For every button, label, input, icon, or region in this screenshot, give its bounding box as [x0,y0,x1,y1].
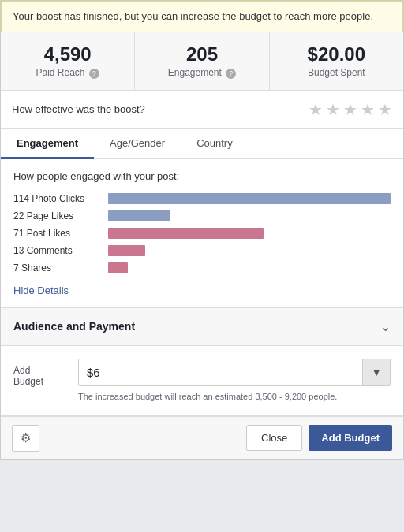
star-1[interactable]: ★ [309,100,323,119]
bar-row-page-likes: 22 Page Likes [13,210,391,221]
star-rating[interactable]: ★ ★ ★ ★ ★ [309,100,392,119]
paid-reach-label: Paid Reach ? [7,67,128,78]
bar-row-shares: 7 Shares [13,262,391,273]
add-budget-button[interactable]: Add Budget [309,425,392,451]
rating-label: How effective was the boost? [12,103,145,115]
footer-actions: Close Add Budget [246,425,392,451]
budget-input-wrap: $6 ▼ The increased budget will reach an … [78,359,391,403]
bar-row-post-likes: 71 Post Likes [13,228,391,239]
bar-fill-4 [108,262,128,273]
audience-title: Audience and Payment [13,320,135,333]
bar-fill-3 [108,245,145,256]
bar-track-2 [108,228,391,239]
engagement-help-icon[interactable]: ? [226,69,236,79]
close-button[interactable]: Close [246,425,302,451]
bar-label-4: 7 Shares [13,262,108,273]
paid-reach-value: 4,590 [7,43,128,65]
gear-button[interactable]: ⚙ [12,425,39,452]
star-4[interactable]: ★ [361,100,375,119]
bar-fill-0 [108,193,391,204]
add-budget-label: AddBudget [13,359,69,387]
alert-banner: Your boost has finished, but you can inc… [1,1,403,32]
bar-label-1: 22 Page Likes [13,210,108,221]
stats-row: 4,590 Paid Reach ? 205 Engagement ? $20.… [1,32,403,90]
engagement-section-title: How people engaged with your post: [13,170,391,182]
stat-engagement: 205 Engagement ? [135,32,269,89]
budget-spent-label: Budget Spent [276,67,397,78]
star-5[interactable]: ★ [378,100,392,119]
budget-row: AddBudget $6 ▼ The increased budget will… [13,359,391,403]
bar-track-3 [108,245,391,256]
alert-text: Your boost has finished, but you can inc… [13,10,373,22]
star-3[interactable]: ★ [343,100,357,119]
bar-label-2: 71 Post Likes [13,228,108,239]
budget-spent-value: $20.00 [276,43,397,65]
budget-input-control[interactable]: $6 ▼ [78,359,391,386]
rating-row: How effective was the boost? ★ ★ ★ ★ ★ [1,91,403,129]
bar-track-1 [108,210,391,221]
chevron-down-icon: ⌄ [380,319,391,334]
bar-track-4 [108,262,391,273]
hide-details-link[interactable]: Hide Details [13,285,69,296]
engagement-value: 205 [141,43,262,65]
engagement-section: How people engaged with your post: 114 P… [1,159,403,308]
tab-country[interactable]: Country [181,129,249,159]
tab-engagement[interactable]: Engagement [1,129,94,159]
star-2[interactable]: ★ [326,100,340,119]
bar-fill-2 [108,228,264,239]
footer: ⚙ Close Add Budget [1,416,403,459]
budget-section: AddBudget $6 ▼ The increased budget will… [1,346,403,416]
audience-header[interactable]: Audience and Payment ⌄ [1,308,403,346]
budget-hint: The increased budget will reach an estim… [78,391,391,403]
stat-paid-reach: 4,590 Paid Reach ? [1,32,135,89]
stat-budget-spent: $20.00 Budget Spent [270,32,403,89]
tabs-bar: Engagement Age/Gender Country [1,129,403,159]
bar-track-0 [108,193,391,204]
main-container: Your boost has finished, but you can inc… [0,0,404,460]
bar-fill-1 [108,210,170,221]
engagement-label: Engagement ? [141,67,262,78]
bar-label-0: 114 Photo Clicks [13,193,108,204]
bar-label-3: 13 Comments [13,245,108,256]
budget-dropdown-button[interactable]: ▼ [362,359,390,385]
paid-reach-help-icon[interactable]: ? [89,69,99,79]
budget-value: $6 [79,359,362,385]
tab-age-gender[interactable]: Age/Gender [94,129,181,159]
bar-row-comments: 13 Comments [13,245,391,256]
bar-row-photo-clicks: 114 Photo Clicks [13,193,391,204]
